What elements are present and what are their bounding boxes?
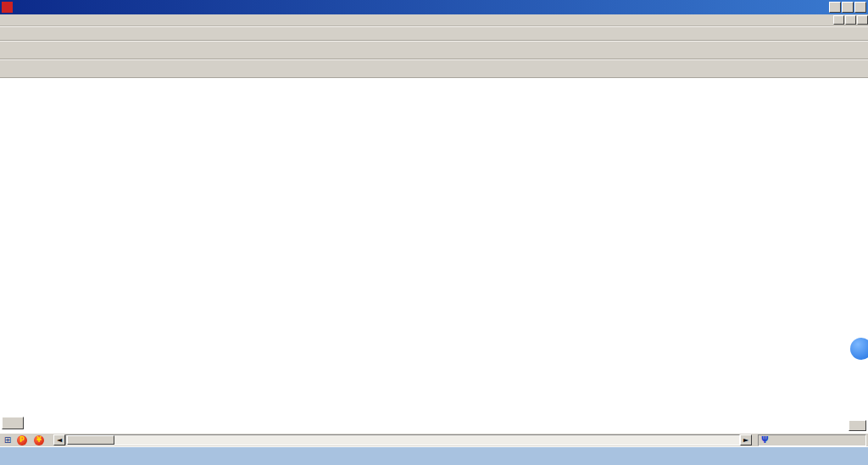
child-close-button[interactable] bbox=[857, 15, 868, 25]
scroll-right-arrow[interactable]: ► bbox=[740, 434, 752, 445]
title-bar bbox=[0, 0, 868, 14]
signal-icon: Ψ bbox=[761, 435, 769, 445]
drawing-toolbar bbox=[0, 59, 868, 78]
status-bar: ⊞ P ¥ ◄ ► Ψ bbox=[0, 433, 868, 446]
child-restore-button[interactable] bbox=[845, 15, 856, 25]
kline-chart-canvas[interactable] bbox=[0, 78, 868, 433]
app-icon bbox=[2, 2, 13, 13]
gann-quote-bar bbox=[0, 446, 868, 465]
scrollbar-track[interactable] bbox=[65, 434, 740, 445]
chart-scroll-right-button[interactable] bbox=[849, 420, 866, 431]
date-axis bbox=[0, 79, 868, 88]
volume-indicator-button[interactable] bbox=[2, 417, 24, 429]
collapse-panel-button[interactable] bbox=[850, 338, 868, 360]
menu-bar bbox=[0, 14, 868, 26]
close-button[interactable] bbox=[854, 2, 866, 13]
minimize-button[interactable] bbox=[829, 2, 841, 13]
sz-index-icon[interactable]: ¥ bbox=[34, 435, 44, 445]
current-index-panel[interactable]: Ψ bbox=[758, 434, 866, 446]
scrollbar-thumb[interactable] bbox=[67, 435, 114, 445]
app-window: { "title_bar": { "app_icon": "赢", "title… bbox=[0, 0, 868, 465]
sh-index-icon[interactable]: P bbox=[17, 435, 27, 445]
chart-area bbox=[0, 78, 868, 433]
grid-view-icon[interactable]: ⊞ bbox=[2, 434, 14, 445]
restore-button[interactable] bbox=[842, 2, 854, 13]
navigation-toolbar bbox=[0, 41, 868, 59]
main-toolbar bbox=[0, 26, 868, 41]
horizontal-scrollbar[interactable]: ◄ ► bbox=[53, 434, 752, 445]
scroll-left-arrow[interactable]: ◄ bbox=[53, 434, 65, 445]
child-minimize-button[interactable] bbox=[833, 15, 844, 25]
